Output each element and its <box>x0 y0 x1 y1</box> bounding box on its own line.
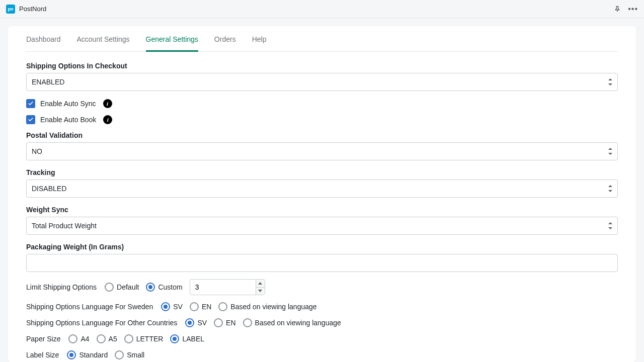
top-bar: pn PostNord ••• <box>0 0 644 18</box>
paper-size-label: Paper Size <box>26 335 60 343</box>
paper-letter-radio[interactable] <box>124 334 133 343</box>
limit-shipping-custom-label: Custom <box>158 283 182 291</box>
packaging-weight-label: Packaging Weight (In Grams) <box>26 243 618 251</box>
paper-label-radio[interactable] <box>170 334 179 343</box>
lang-sweden-en-radio[interactable] <box>190 302 199 311</box>
weight-sync-label: Weight Sync <box>26 206 618 214</box>
general-settings-form: Shipping Options In Checkout ENABLED Ena… <box>26 52 618 362</box>
weight-sync-select[interactable]: Total Product Weight <box>26 217 618 235</box>
limit-shipping-custom-input[interactable] <box>190 279 265 295</box>
tab-general-settings[interactable]: General Settings <box>146 35 198 52</box>
lang-other-viewing-radio[interactable] <box>243 318 252 327</box>
limit-shipping-label: Limit Shipping Options <box>26 283 97 291</box>
shipping-options-checkout-select[interactable]: ENABLED <box>26 73 618 91</box>
lang-other-en-radio[interactable] <box>214 318 223 327</box>
tab-account-settings[interactable]: Account Settings <box>77 35 130 52</box>
shipping-options-checkout-label: Shipping Options In Checkout <box>26 62 618 70</box>
lang-sweden-label: Shipping Options Language For Sweden <box>26 303 153 311</box>
tab-help[interactable]: Help <box>252 35 267 52</box>
label-standard-radio[interactable] <box>67 350 76 359</box>
auto-book-label: Enable Auto Book <box>40 116 96 124</box>
lang-sweden-sv-radio[interactable] <box>161 302 170 311</box>
pin-icon[interactable] <box>614 6 621 13</box>
postal-validation-select[interactable]: NO <box>26 142 618 160</box>
app-name: PostNord <box>19 5 46 13</box>
postal-validation-label: Postal Validation <box>26 131 618 139</box>
paper-a5-radio[interactable] <box>97 334 106 343</box>
stepper-up[interactable] <box>256 280 265 288</box>
auto-sync-label: Enable Auto Sync <box>40 100 96 108</box>
lang-sweden-viewing-radio[interactable] <box>218 302 227 311</box>
lang-other-label: Shipping Options Language For Other Coun… <box>26 319 177 327</box>
tab-orders[interactable]: Orders <box>214 35 236 52</box>
lang-other-sv-radio[interactable] <box>185 318 194 327</box>
packaging-weight-input[interactable] <box>26 254 618 272</box>
limit-shipping-default-radio[interactable] <box>105 283 114 292</box>
auto-book-checkbox[interactable] <box>26 115 35 124</box>
app-logo: pn <box>6 5 15 14</box>
tracking-label: Tracking <box>26 168 618 176</box>
label-small-radio[interactable] <box>115 350 124 359</box>
limit-shipping-default-label: Default <box>117 283 139 291</box>
more-icon[interactable]: ••• <box>628 5 638 13</box>
tracking-select[interactable]: DISABLED <box>26 179 618 198</box>
paper-a4-radio[interactable] <box>68 334 77 343</box>
info-icon[interactable]: i <box>103 99 112 108</box>
stepper-down[interactable] <box>256 288 265 295</box>
tabs: Dashboard Account Settings General Setti… <box>26 26 618 52</box>
settings-card: Dashboard Account Settings General Setti… <box>8 26 636 362</box>
auto-sync-checkbox[interactable] <box>26 99 35 108</box>
info-icon[interactable]: i <box>103 115 112 124</box>
tab-dashboard[interactable]: Dashboard <box>26 35 61 52</box>
limit-shipping-custom-radio[interactable] <box>146 283 155 292</box>
label-size-label: Label Size <box>26 351 59 359</box>
